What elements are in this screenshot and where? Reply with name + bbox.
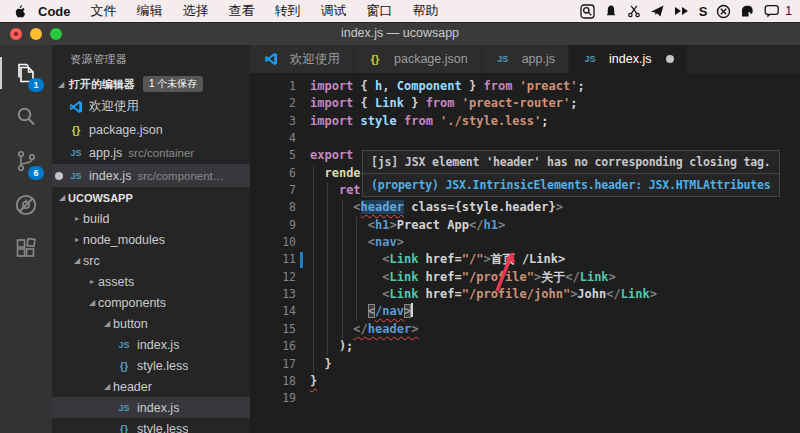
circle-x-icon[interactable] xyxy=(716,4,731,19)
tree-row-src[interactable]: ◢src xyxy=(52,250,250,271)
open-editor-row[interactable]: {}package.json xyxy=(52,118,250,141)
code-line-18[interactable]: 18} xyxy=(250,373,800,390)
line-number[interactable]: 2 xyxy=(250,95,296,112)
menu-item[interactable]: 窗口 xyxy=(357,2,403,20)
letter-s-icon[interactable]: S xyxy=(699,4,708,19)
line-number[interactable]: 11 xyxy=(250,251,296,268)
tree-row-UCOWSAPP[interactable]: ◢UCOWSAPP xyxy=(52,187,250,208)
tree-row-index.js[interactable]: JSindex.js xyxy=(52,397,250,418)
line-number[interactable]: 15 xyxy=(250,321,296,338)
bell-icon[interactable] xyxy=(604,4,618,18)
editor-tab-index.js[interactable]: JSindex.js xyxy=(569,45,687,73)
line-number[interactable]: 5 xyxy=(250,147,296,164)
menu-item[interactable]: 转到 xyxy=(265,2,311,20)
unsaved-count-badge: 1 个未保存 xyxy=(143,76,203,92)
text-cursor xyxy=(411,303,413,317)
chevron-expanded-icon: ◢ xyxy=(71,256,83,265)
code-line-9[interactable]: 9 <h1>Preact App</h1> xyxy=(250,217,800,234)
line-number[interactable]: 4 xyxy=(250,130,296,147)
line-number[interactable]: 8 xyxy=(250,199,296,216)
tree-row-style.less[interactable]: {}style.less xyxy=(52,355,250,376)
tree-row-index.js[interactable]: JSindex.js xyxy=(52,334,250,355)
tree-row-button[interactable]: ◢button xyxy=(52,313,250,334)
chevron-collapsed-icon: ▸ xyxy=(86,277,98,286)
open-editor-row[interactable]: JSindex.jssrc/component… xyxy=(52,164,250,187)
elephant-icon[interactable] xyxy=(740,4,755,18)
menu-item-app[interactable]: Code xyxy=(32,4,81,19)
code-line-17[interactable]: 17 } xyxy=(250,356,800,373)
line-number[interactable]: 13 xyxy=(250,286,296,303)
code-line-15[interactable]: 15 </header> xyxy=(250,321,800,338)
code-text: <header class={style.header}> xyxy=(310,199,563,216)
code-line-12[interactable]: 12 <Link href="/profile">关于</Link> xyxy=(250,269,800,286)
spotlight-search-icon[interactable] xyxy=(580,4,595,19)
open-editor-row[interactable]: 欢迎使用 xyxy=(52,95,250,118)
activity-item-search[interactable] xyxy=(0,95,52,139)
zoom-window-button[interactable] xyxy=(50,28,62,40)
code-line-11[interactable]: 11 <Link href="/">首页 /Link> xyxy=(250,251,800,268)
open-editor-label: index.js xyxy=(89,169,131,183)
line-number[interactable]: 1 xyxy=(250,78,296,95)
code-line-14[interactable]: 14 </nav> xyxy=(250,303,800,320)
apple-menu-icon[interactable] xyxy=(13,4,26,19)
line-number[interactable]: 17 xyxy=(250,356,296,373)
line-number[interactable]: 10 xyxy=(250,234,296,251)
code-line-8[interactable]: 8 <header class={style.header}> xyxy=(250,199,800,216)
tree-item-label: button xyxy=(113,317,148,331)
code-line-4[interactable]: 4 xyxy=(250,130,800,147)
chevron-expanded-icon: ◢ xyxy=(101,382,113,391)
window-title: index.js — ucowsapp xyxy=(0,22,800,45)
double-chevron-icon[interactable] xyxy=(674,4,690,18)
line-number[interactable]: 16 xyxy=(250,338,296,355)
open-editor-row[interactable]: JSapp.jssrc/container xyxy=(52,141,250,164)
line-number[interactable]: 6 xyxy=(250,165,296,182)
scissors-icon[interactable] xyxy=(627,4,641,18)
editor-tab-欢迎使用[interactable]: 欢迎使用 xyxy=(250,45,353,73)
line-number[interactable]: 18 xyxy=(250,373,296,390)
tree-row-style.less[interactable]: {}style.less xyxy=(52,418,250,433)
activity-item-source-control[interactable]: 6 xyxy=(0,139,52,183)
open-editor-detail: src/component… xyxy=(137,170,224,182)
tree-row-node_modules[interactable]: ▸node_modules xyxy=(52,229,250,250)
tree-row-header[interactable]: ◢header xyxy=(52,376,250,397)
close-window-button[interactable] xyxy=(10,28,22,40)
line-number[interactable]: 14 xyxy=(250,303,296,320)
line-number[interactable]: 12 xyxy=(250,269,296,286)
code-text: rende xyxy=(310,165,361,182)
chevron-expanded-icon: ◢ xyxy=(101,319,113,328)
menu-item[interactable]: 编辑 xyxy=(127,2,173,20)
minimize-window-button[interactable] xyxy=(30,28,42,40)
code-text: <Link href="/">首页 /Link> xyxy=(310,251,565,268)
line-number[interactable]: 3 xyxy=(250,113,296,130)
code-line-16[interactable]: 16 ); xyxy=(250,338,800,355)
line-number[interactable]: 19 xyxy=(250,390,296,407)
code-editor[interactable]: 1import { h, Component } from 'preact';2… xyxy=(250,73,800,433)
menu-item[interactable]: 选择 xyxy=(173,2,219,20)
activity-item-extensions[interactable] xyxy=(0,227,52,271)
editor-tab-app.js[interactable]: JSapp.js xyxy=(482,45,568,73)
menu-item[interactable]: 帮助 xyxy=(403,2,449,20)
line-number[interactable]: 7 xyxy=(250,182,296,199)
code-line-13[interactable]: 13 <Link href="/profile/john">John</Link… xyxy=(250,286,800,303)
paper-plane-icon[interactable] xyxy=(650,4,665,18)
menu-item[interactable]: 调试 xyxy=(311,2,357,20)
tree-row-build[interactable]: ▸build xyxy=(52,208,250,229)
editor-tab-bar: 欢迎使用{}package.jsonJSapp.jsJSindex.js xyxy=(250,45,800,73)
code-line-19[interactable]: 19 xyxy=(250,390,800,407)
menu-item[interactable]: 查看 xyxy=(219,2,265,20)
editor-tab-package.json[interactable]: {}package.json xyxy=(354,45,481,73)
tree-item-label: header xyxy=(113,380,152,394)
menu-item[interactable]: 文件 xyxy=(81,2,127,20)
notification-count: 1 xyxy=(785,4,792,18)
chat-bubble-icon[interactable] xyxy=(764,4,780,19)
tree-row-components[interactable]: ◢components xyxy=(52,292,250,313)
tree-row-assets[interactable]: ▸assets xyxy=(52,271,250,292)
code-line-3[interactable]: 3import style from './style.less'; xyxy=(250,113,800,130)
activity-item-debug[interactable] xyxy=(0,183,52,227)
line-number[interactable]: 9 xyxy=(250,217,296,234)
code-line-1[interactable]: 1import { h, Component } from 'preact'; xyxy=(250,78,800,95)
open-editors-section-header[interactable]: ◢ 打开的编辑器 1 个未保存 xyxy=(52,73,250,95)
code-line-2[interactable]: 2import { Link } from 'preact-router'; xyxy=(250,95,800,112)
activity-item-explorer[interactable]: 1 xyxy=(0,51,52,95)
code-line-10[interactable]: 10 <nav> xyxy=(250,234,800,251)
